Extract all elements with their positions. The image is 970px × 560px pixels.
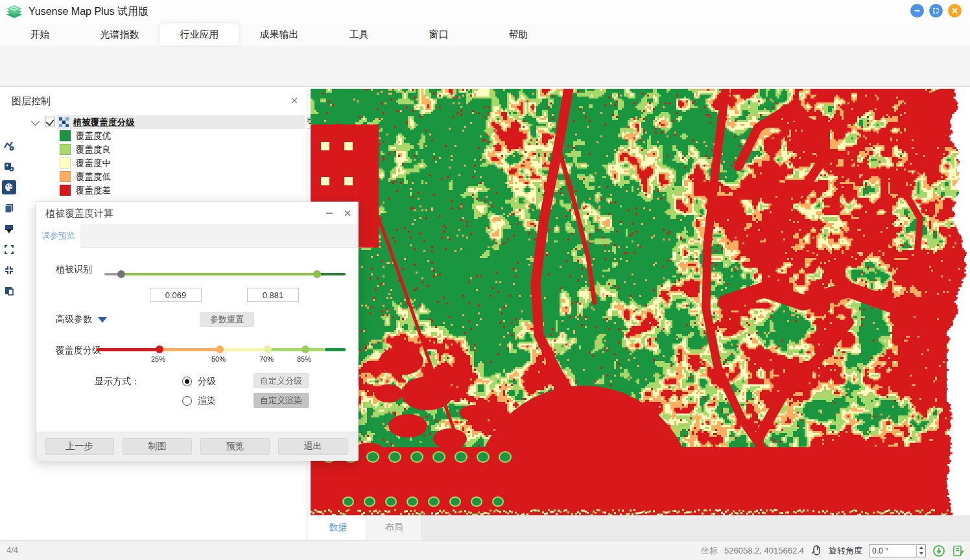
legend-label: 覆盖度优: [76, 130, 111, 142]
veg-slider-max-handle[interactable]: [313, 270, 321, 278]
spin-up-icon[interactable]: [917, 545, 925, 551]
palette-icon[interactable]: [2, 180, 16, 194]
coverage-handle-70[interactable]: [264, 345, 272, 353]
legend-swatch-good: [60, 144, 71, 155]
refresh-extent-icon[interactable]: [932, 544, 945, 557]
previous-step-button[interactable]: 上一步: [45, 438, 114, 455]
maximize-button[interactable]: [929, 4, 943, 18]
legend-item: 覆盖度良: [60, 143, 111, 156]
radio-render[interactable]: [182, 396, 192, 406]
rotate-angle-input[interactable]: [869, 545, 916, 557]
break-label-85: 85%: [297, 355, 311, 363]
document-tab-strip: 数据 布局: [311, 515, 970, 540]
duplicate-view-icon[interactable]: [2, 284, 16, 298]
collapse-icon[interactable]: [2, 263, 16, 277]
tab-industry-apps[interactable]: 行业应用: [160, 23, 239, 45]
legend-label: 覆盖度差: [76, 185, 111, 196]
advanced-params-label: 高级参数: [56, 314, 92, 325]
vector-settings-icon[interactable]: [2, 139, 16, 153]
raster-settings-icon[interactable]: [2, 159, 16, 174]
coordinate-label: 坐标: [701, 545, 718, 557]
page-indicator: 4/4: [6, 545, 18, 555]
coverage-handle-25[interactable]: [156, 345, 163, 353]
legend-item: 覆盖度优: [60, 129, 111, 143]
break-label-25: 25%: [151, 355, 165, 363]
layer-thumbnail-icon: [59, 117, 69, 128]
legend-label: 覆盖度中: [76, 158, 111, 169]
advanced-expand-triangle-icon[interactable]: [98, 317, 107, 323]
minimize-button[interactable]: [910, 4, 924, 18]
coverage-track-low[interactable]: [160, 348, 220, 351]
legend-label: 覆盖度良: [76, 144, 111, 156]
dialog-minimize-icon[interactable]: [324, 208, 335, 218]
coverage-track-excellent[interactable]: [325, 348, 346, 351]
legend-swatch-medium: [60, 158, 71, 169]
layer-tree-item[interactable]: 植被覆盖度分级: [57, 115, 305, 129]
dialog-footer: 上一步 制图 预览 退出: [36, 432, 358, 461]
spin-down-icon[interactable]: [917, 551, 925, 557]
tree-expand-chevron-icon[interactable]: [31, 117, 40, 126]
veg-max-input[interactable]: [247, 288, 299, 302]
custom-grading-button[interactable]: 自定义分级: [254, 373, 309, 388]
legend-swatch-excellent: [60, 130, 71, 141]
rotate-angle-spinner[interactable]: [869, 544, 926, 557]
tab-tools[interactable]: 工具: [319, 23, 399, 45]
radio-grading-label: 分级: [198, 376, 216, 388]
veg-slider-track-right[interactable]: [317, 273, 346, 275]
layer-visibility-checkbox[interactable]: [45, 117, 54, 126]
legend-swatch-poor: [60, 185, 71, 196]
tab-output[interactable]: 成果输出: [239, 23, 319, 45]
tab-window[interactable]: 窗口: [399, 23, 479, 45]
layer-panel-close-icon[interactable]: [289, 95, 300, 106]
vegetation-coverage-dialog: 植被覆盖度计算 调参预览 植被识别 高级参数 参数重置 覆盖度分级: [36, 202, 359, 460]
legend-item: 覆盖度中: [60, 156, 111, 170]
log-report-icon[interactable]: [952, 544, 965, 557]
dialog-title: 植被覆盖度计算: [45, 207, 113, 220]
tab-help[interactable]: 帮助: [479, 23, 558, 45]
legend-item: 覆盖度低: [60, 170, 111, 183]
veg-min-input[interactable]: [150, 288, 202, 302]
status-bar: 4/4 坐标 526058.2, 4015662.4 旋转角度: [0, 540, 970, 560]
make-map-button[interactable]: 制图: [123, 438, 192, 455]
tab-start[interactable]: 开始: [0, 23, 80, 45]
coverage-track-medium[interactable]: [220, 348, 268, 351]
custom-render-button[interactable]: 自定义渲染: [254, 393, 309, 408]
legend-swatch-low: [60, 171, 71, 182]
veg-slider-label: 植被识别: [56, 264, 92, 275]
layer-panel-title: 图层控制: [12, 95, 51, 108]
rotate-angle-label: 旋转角度: [829, 545, 862, 557]
tab-layout[interactable]: 布局: [366, 515, 422, 540]
tab-param-preview[interactable]: 调参预览: [36, 224, 80, 248]
veg-slider-min-handle[interactable]: [117, 270, 125, 278]
reset-params-button[interactable]: 参数重置: [200, 312, 254, 327]
mouse-coordinates-icon[interactable]: [810, 545, 822, 557]
coverage-track-poor[interactable]: [97, 348, 160, 351]
veg-slider-track-mid[interactable]: [121, 273, 317, 275]
dialog-close-icon[interactable]: [342, 208, 353, 218]
map-view[interactable]: [311, 89, 970, 515]
radio-render-label: 渲染: [198, 395, 216, 407]
radio-grading[interactable]: [182, 377, 192, 386]
layer-name: 植被覆盖度分级: [73, 117, 135, 128]
coverage-handle-50[interactable]: [216, 345, 224, 353]
display-mode-label: 显示方式：: [95, 376, 140, 388]
coordinate-value: 526058.2, 4015662.4: [724, 546, 804, 555]
coverage-handle-85[interactable]: [302, 345, 309, 353]
dialog-title-bar[interactable]: 植被覆盖度计算: [36, 202, 358, 224]
dialog-tab-strip: 调参预览: [36, 224, 358, 248]
layers-icon[interactable]: [2, 201, 16, 215]
break-label-70: 70%: [259, 355, 274, 363]
break-label-50: 50%: [211, 355, 226, 363]
coverage-track-good[interactable]: [268, 348, 325, 351]
export-map-icon[interactable]: [2, 222, 16, 236]
application-window: Yusense Map Plus 试用版 开始 光谱指数 行业应用 成果输出 工…: [0, 0, 970, 560]
preview-button[interactable]: 预览: [200, 438, 270, 455]
exit-button[interactable]: 退出: [278, 438, 348, 455]
title-bar: Yusense Map Plus 试用版: [0, 0, 970, 23]
tab-data[interactable]: 数据: [311, 515, 366, 540]
spinner-buttons[interactable]: [916, 545, 925, 557]
close-button[interactable]: [948, 4, 962, 18]
tab-spectral-index[interactable]: 光谱指数: [80, 23, 160, 45]
legend-label: 覆盖度低: [76, 171, 111, 183]
full-extent-icon[interactable]: [2, 242, 16, 257]
